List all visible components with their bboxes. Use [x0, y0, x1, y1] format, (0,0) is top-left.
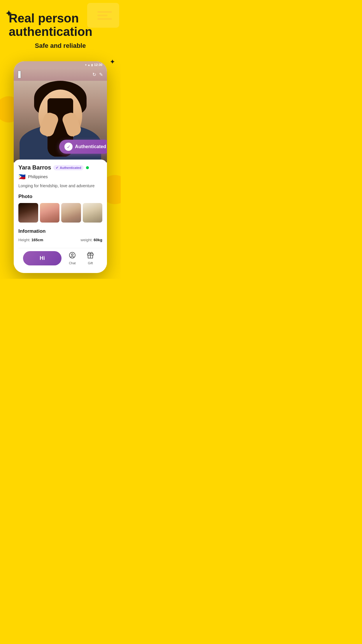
online-status-dot	[86, 166, 89, 169]
refresh-icon[interactable]: ↻	[92, 72, 96, 77]
photo-thumb-2[interactable]	[40, 203, 60, 223]
weight-item: weight: 60kg	[81, 238, 102, 242]
auth-badge-label: Authenticated	[60, 166, 81, 169]
status-bar: ▾ ▲ ▮ 12:30	[14, 61, 107, 68]
chat-action[interactable]: Chat	[65, 252, 80, 265]
verified-icon: ✔	[56, 166, 59, 170]
profile-name-row: Yara Barros ✔ Authenticated	[18, 164, 102, 171]
chat-icon	[69, 252, 76, 260]
photo-grid	[18, 203, 102, 223]
page-wrapper: ✦ ✦ ✦ Real person authentication Safe an…	[0, 0, 121, 279]
bottom-action-bar: Hi Chat	[18, 248, 102, 268]
profile-info: Yara Barros ✔ Authenticated 🇵🇭 Philippin…	[14, 160, 107, 273]
height-item: Height: 165cm	[18, 238, 43, 242]
header-actions: ↻ ✎	[92, 72, 103, 77]
wifi-icon: ▾	[85, 63, 87, 66]
photo-thumb-1[interactable]	[18, 203, 38, 223]
title-line1: Real person	[9, 11, 79, 25]
share-icon[interactable]: ✎	[99, 72, 103, 77]
phone-mockup: ▾ ▲ ▮ 12:30 ‹ ↻ ✎	[14, 61, 107, 273]
authenticated-badge-text: Authenticated	[75, 144, 106, 149]
phone-inner: ▾ ▲ ▮ 12:30 ‹ ↻ ✎	[14, 61, 107, 273]
weight-label: weight:	[81, 238, 93, 242]
profile-bio: Longing for friendship, love and adventu…	[18, 183, 102, 189]
photo-section-title: Photo	[18, 194, 102, 200]
info-section-title: Information	[18, 228, 102, 234]
country-name: Philippines	[28, 174, 48, 179]
phone-container: ▾ ▲ ▮ 12:30 ‹ ↻ ✎	[0, 61, 121, 273]
height-label: Height:	[18, 238, 30, 242]
gift-label: Gift	[88, 261, 93, 265]
profile-photo-area: ✓ Authenticated	[14, 81, 107, 162]
gift-icon	[87, 252, 94, 260]
country-flag: 🇵🇭	[18, 173, 26, 180]
status-icons: ▾ ▲ ▮	[85, 63, 93, 66]
profile-name: Yara Barros	[18, 164, 51, 171]
auth-badge-small: ✔ Authenticated	[53, 165, 83, 170]
title-line2: authentication	[9, 25, 92, 38]
page-subtitle: Safe and reliable	[6, 42, 115, 50]
check-mark: ✓	[67, 144, 71, 150]
battery-icon: ▮	[91, 63, 93, 66]
info-row: Height: 165cm weight: 60kg	[18, 238, 102, 242]
badge-check-icon: ✓	[64, 143, 73, 151]
hi-button[interactable]: Hi	[23, 251, 61, 265]
header-section: Real person authentication Safe and reli…	[0, 0, 121, 61]
signal-icon: ▲	[87, 63, 90, 66]
gift-action[interactable]: Gift	[83, 252, 98, 265]
height-value: 165cm	[31, 238, 43, 242]
profile-header-bar: ‹ ↻ ✎	[14, 68, 107, 81]
back-button[interactable]: ‹	[18, 71, 21, 78]
info-section: Information Height: 165cm weight: 60kg	[18, 228, 102, 242]
page-title: Real person authentication	[6, 12, 115, 38]
location-row: 🇵🇭 Philippines	[18, 173, 102, 180]
svg-point-1	[71, 254, 73, 256]
photo-thumb-4[interactable]	[83, 203, 103, 223]
photo-thumb-3[interactable]	[61, 203, 81, 223]
authenticated-badge: ✓ Authenticated	[59, 140, 107, 154]
status-time: 12:30	[94, 63, 102, 66]
chat-label: Chat	[69, 261, 75, 265]
weight-value: 60kg	[94, 238, 102, 242]
